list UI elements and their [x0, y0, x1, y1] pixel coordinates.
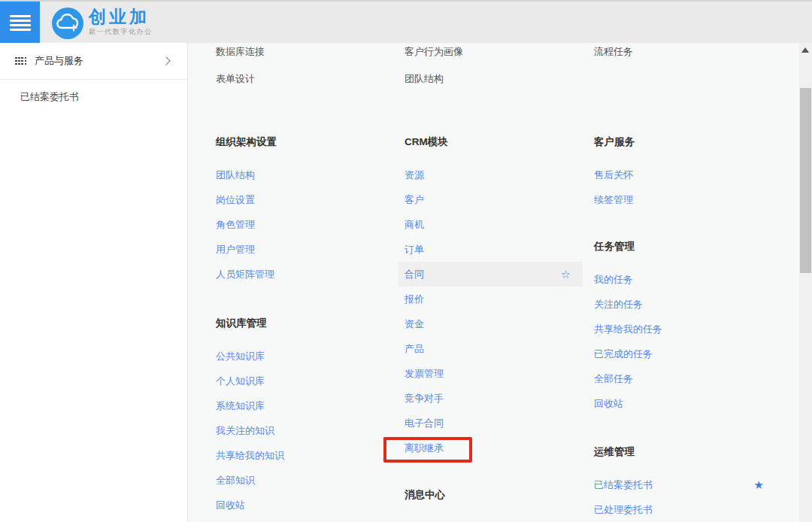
hamburger-menu-button[interactable]	[0, 2, 40, 44]
menu-item[interactable]: 客户行为画像	[404, 43, 579, 65]
menu-section: 客户服务售后关怀续签管理	[594, 129, 768, 212]
menu-item[interactable]: 公共知识库	[216, 344, 390, 369]
menu-item-label: 团队结构	[216, 169, 255, 181]
menu-item[interactable]: 资金	[404, 311, 579, 336]
menu-item-label: 商机	[404, 219, 424, 230]
menu-item-label: 团队结构	[404, 73, 444, 84]
menu-section: CRM模块资源客户商机订单合同☆报价资金产品发票管理竞争对手电子合同离职继承	[404, 129, 579, 460]
menu-item-label: 数据库连接	[216, 46, 265, 57]
menu-item-label: 角色管理	[216, 219, 255, 230]
section-title: 任务管理	[594, 234, 768, 259]
menu-item[interactable]: 竞争对手	[404, 386, 579, 411]
brand-logo: 创业加 新一代数字化办公	[51, 7, 153, 40]
menu-item[interactable]: 表单设计	[216, 65, 390, 93]
menu-item-label: 客户行为画像	[404, 46, 463, 57]
menu-section: 数据库连接表单设计	[216, 43, 390, 93]
menu-item[interactable]: 系统知识库	[216, 393, 390, 418]
star-outline-icon[interactable]: ☆	[561, 262, 571, 287]
menu-item[interactable]: 关注的任务	[594, 292, 768, 317]
menu-item-label: 回收站	[594, 398, 623, 409]
section-title: 消息中心	[404, 482, 579, 508]
menu-item-label: 人员矩阵管理	[216, 269, 274, 280]
menu-item-label: 已处理委托书	[594, 504, 653, 515]
menu-item-label: 关注的任务	[594, 299, 643, 310]
scroll-up-arrow-icon[interactable]	[801, 47, 809, 53]
menu-item[interactable]: 资源	[404, 162, 579, 187]
menu-section: 知识库管理公共知识库个人知识库系统知识库我关注的知识共享给我的知识全部知识回收站	[216, 311, 390, 517]
menu-item[interactable]: 全部知识	[216, 468, 390, 493]
sidebar-item-products-services[interactable]: 产品与服务	[0, 43, 187, 80]
section-title: 组织架构设置	[216, 129, 390, 155]
vertical-scrollbar	[799, 43, 812, 522]
menu-item[interactable]: 岗位设置	[216, 187, 390, 212]
menu-item[interactable]: 订单	[404, 237, 579, 262]
hamburger-icon	[10, 14, 31, 33]
menu-item[interactable]: 个人知识库	[216, 369, 390, 393]
menu-item-label: 报价	[404, 293, 424, 305]
menu-item[interactable]: 全部任务	[594, 366, 768, 391]
menu-item[interactable]: 数据库连接	[216, 43, 390, 65]
menu-item-label: 表单设计	[216, 73, 255, 84]
menu-item-label: 用户管理	[216, 244, 255, 255]
menu-item[interactable]: 续签管理	[594, 187, 768, 212]
menu-item-label: 客户	[404, 194, 424, 205]
menu-item-label: 竞争对手	[404, 393, 444, 404]
menu-item[interactable]: 报价	[404, 287, 579, 311]
menu-item-label: 已完成的任务	[594, 348, 653, 360]
menu-item-label: 离职继承	[404, 442, 444, 454]
menu-item-label: 订单	[404, 244, 424, 255]
brand-tagline: 新一代数字化办公	[89, 27, 153, 37]
menu-item[interactable]: 发票管理	[404, 361, 579, 386]
menu-item[interactable]: 已完成的任务	[594, 341, 768, 366]
menu-item[interactable]: 离职继承	[404, 436, 579, 460]
menu-item[interactable]: 已结案委托书★	[594, 472, 768, 497]
menu-item[interactable]: 合同☆	[398, 262, 583, 287]
menu-item[interactable]: 流程任务	[594, 43, 768, 65]
menu-item-label: 发票管理	[404, 368, 444, 379]
menu-item-label: 共享给我的知识	[216, 450, 284, 461]
menu-item[interactable]: 电子合同	[404, 411, 579, 436]
menu-item[interactable]: 用户管理	[216, 237, 390, 262]
brand-title: 创业加	[89, 7, 153, 26]
menu-item-label: 岗位设置	[216, 194, 255, 205]
menu-item-label: 共享给我的任务	[594, 323, 662, 335]
menu-item-label: 资源	[404, 169, 424, 181]
menu-item[interactable]: 团队结构	[216, 162, 390, 187]
sidebar-item-closed-poa[interactable]: 已结案委托书	[0, 80, 187, 110]
menu-item[interactable]: 团队结构	[404, 65, 579, 93]
menu-item[interactable]: 回收站	[216, 493, 390, 517]
menu-item[interactable]: 共享给我的知识	[216, 443, 390, 468]
chevron-right-icon	[162, 56, 170, 65]
menu-item[interactable]: 商机	[404, 212, 579, 237]
sidebar: 产品与服务 已结案委托书	[0, 43, 188, 522]
menu-item-label: 资金	[404, 318, 424, 329]
menu-item-label: 公共知识库	[216, 351, 265, 362]
menu-item[interactable]: 共享给我的任务	[594, 317, 768, 341]
menu-item[interactable]: 我的任务	[594, 267, 768, 292]
menu-item-label: 全部知识	[216, 475, 255, 486]
menu-item[interactable]: 售后关怀	[594, 162, 768, 187]
menu-item[interactable]: 已处理委托书	[594, 497, 768, 522]
menu-item-label: 系统知识库	[216, 400, 265, 411]
menu-item[interactable]: 我关注的知识	[216, 418, 390, 443]
menu-item-label: 流程任务	[594, 46, 633, 57]
menu-item-label: 售后关怀	[594, 169, 633, 181]
menu-item-label: 个人知识库	[216, 375, 265, 387]
menu-item-label: 电子合同	[404, 417, 444, 429]
section-title: 知识库管理	[216, 311, 390, 336]
star-filled-icon[interactable]: ★	[754, 472, 764, 497]
menu-item[interactable]: 产品	[404, 336, 579, 361]
menu-item[interactable]: 客户	[404, 187, 579, 212]
menu-item[interactable]: 人员矩阵管理	[216, 262, 390, 287]
scrollbar-thumb[interactable]	[800, 88, 811, 273]
apps-grid-icon	[15, 57, 26, 65]
menu-item[interactable]: 回收站	[594, 391, 768, 416]
menu-item-label: 合同	[404, 269, 424, 280]
menu-item-label: 产品	[404, 343, 424, 354]
section-title: 运维管理	[594, 439, 768, 465]
menu-section: 消息中心	[404, 482, 579, 515]
sidebar-item-label: 产品与服务	[35, 54, 163, 68]
menu-item-label: 我的任务	[594, 274, 633, 285]
menu-item[interactable]: 角色管理	[216, 212, 390, 237]
menu-section: 运维管理已结案委托书★已处理委托书	[594, 439, 768, 522]
